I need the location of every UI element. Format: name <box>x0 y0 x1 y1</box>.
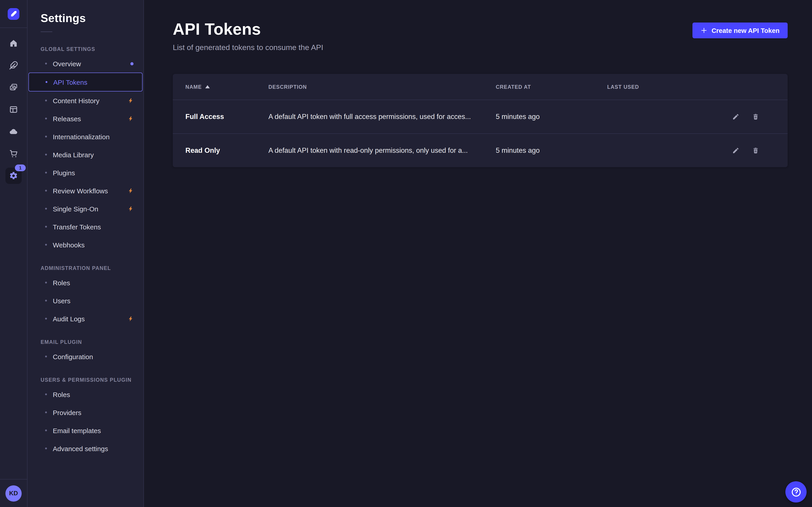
trash-icon <box>752 113 759 120</box>
strapi-logo[interactable] <box>8 8 19 19</box>
bullet-icon <box>45 448 47 449</box>
sidebar-item-label: Roles <box>53 391 70 398</box>
rail-item-content-manager[interactable] <box>5 57 22 73</box>
edit-button[interactable] <box>728 110 743 124</box>
images-icon <box>9 83 18 92</box>
token-created-at: 5 minutes ago <box>496 113 607 121</box>
sidebar-item-label: Roles <box>53 279 70 286</box>
rail-item-cloud[interactable] <box>5 123 22 140</box>
feather-icon <box>9 61 18 70</box>
table-header-row: Name Description Created at Last used <box>173 74 788 100</box>
sidebar-item-label: Media Library <box>53 151 94 158</box>
column-header-created-at[interactable]: Created at <box>496 84 607 90</box>
sidebar-item-label: Overview <box>53 60 81 67</box>
bullet-icon <box>45 154 47 156</box>
bullet-icon <box>45 393 47 395</box>
help-button[interactable] <box>785 481 807 503</box>
lightning-icon <box>128 316 134 322</box>
sidebar-item-users[interactable]: Users <box>28 292 144 309</box>
sidebar-item-providers[interactable]: Providers <box>28 403 144 421</box>
sidebar-item-transfer-tokens[interactable]: Transfer Tokens <box>28 218 144 236</box>
sidebar-item-webhooks[interactable]: Webhooks <box>28 236 144 254</box>
column-header-name[interactable]: Name <box>186 84 268 90</box>
bullet-icon <box>45 355 47 357</box>
rail-item-settings[interactable]: 1 <box>5 168 22 184</box>
token-description: A default API token with full access per… <box>268 113 496 121</box>
bullet-icon <box>45 190 47 191</box>
rail-item-media-library[interactable] <box>5 79 22 96</box>
sidebar-item-label: Releases <box>53 115 81 122</box>
page-subtitle: List of generated tokens to consume the … <box>173 43 323 52</box>
page-header-text: API Tokens List of generated tokens to c… <box>173 20 323 52</box>
sidebar-item-single-sign-on[interactable]: Single Sign-On <box>28 200 144 218</box>
sidebar-item-label: Email templates <box>53 427 101 434</box>
users-permissions-list: Roles Providers Email templates Advanced… <box>28 385 144 457</box>
sidebar-item-roles-admin[interactable]: Roles <box>28 274 144 292</box>
lightning-icon <box>128 188 134 193</box>
sidebar-item-label: Plugins <box>53 169 75 176</box>
sidebar-item-overview[interactable]: Overview <box>28 55 144 72</box>
bullet-icon <box>45 282 47 283</box>
settings-subnav: Settings Global settings Overview API To… <box>28 0 144 507</box>
token-created-at: 5 minutes ago <box>496 147 607 155</box>
table-row-read-only[interactable]: Read Only A default API token with read-… <box>173 133 788 167</box>
user-avatar[interactable]: KD <box>5 485 22 501</box>
column-header-description[interactable]: Description <box>268 84 496 90</box>
rail-item-marketplace[interactable] <box>5 146 22 162</box>
sidebar-item-label: Transfer Tokens <box>53 223 101 230</box>
sidebar-item-advanced-settings[interactable]: Advanced settings <box>28 439 144 457</box>
cart-icon <box>9 149 18 158</box>
strapi-logo-icon <box>8 8 19 19</box>
delete-button[interactable] <box>748 144 762 158</box>
row-actions <box>711 110 762 124</box>
lightning-icon <box>128 116 134 121</box>
lightning-icon <box>128 98 134 103</box>
question-mark-icon <box>791 487 801 497</box>
sidebar-item-internationalization[interactable]: Internationalization <box>28 127 144 146</box>
sidebar-item-releases[interactable]: Releases <box>28 110 144 127</box>
rail-item-content-type-builder[interactable] <box>5 101 22 118</box>
cloud-icon <box>9 127 18 136</box>
gear-icon <box>9 171 18 180</box>
trash-icon <box>752 147 759 154</box>
logo-container <box>0 0 27 28</box>
global-settings-list: Overview API Tokens Content History Rele… <box>28 55 144 254</box>
sidebar-item-label: Providers <box>53 408 82 416</box>
section-header-global-settings: Global settings <box>28 35 144 55</box>
sidebar-item-media-library[interactable]: Media Library <box>28 146 144 164</box>
delete-button[interactable] <box>748 110 762 124</box>
sidebar-item-review-workflows[interactable]: Review Workflows <box>28 182 144 200</box>
layout-icon <box>9 105 18 114</box>
main-content: API Tokens List of generated tokens to c… <box>144 0 812 507</box>
sidebar-item-plugins[interactable]: Plugins <box>28 164 144 182</box>
bullet-icon <box>45 411 47 413</box>
bullet-icon <box>45 63 47 64</box>
sidebar-item-audit-logs[interactable]: Audit Logs <box>28 309 144 328</box>
home-icon <box>9 39 18 48</box>
bullet-icon <box>45 318 47 320</box>
sidebar-item-label: Content History <box>53 97 99 104</box>
token-name: Read Only <box>186 147 268 155</box>
sidebar-item-label: Review Workflows <box>53 187 108 194</box>
token-name: Full Access <box>186 113 268 121</box>
sidebar-item-api-tokens[interactable]: API Tokens <box>29 72 143 92</box>
sidebar-item-email-templates[interactable]: Email templates <box>28 421 144 439</box>
table-row-full-access[interactable]: Full Access A default API token with ful… <box>173 100 788 133</box>
section-header-email-plugin: Email plugin <box>28 328 144 347</box>
column-header-last-used[interactable]: Last used <box>607 84 711 90</box>
notification-dot-icon <box>131 62 134 65</box>
sidebar-item-content-history[interactable]: Content History <box>28 92 144 110</box>
pencil-icon <box>732 147 739 154</box>
create-api-token-button[interactable]: Create new API Token <box>693 22 788 38</box>
bullet-icon <box>45 300 47 301</box>
rail-nav: 1 <box>5 28 22 479</box>
rail-item-home[interactable] <box>5 35 22 51</box>
sidebar-item-configuration[interactable]: Configuration <box>28 347 144 365</box>
pencil-icon <box>732 113 739 120</box>
bullet-icon <box>45 118 47 119</box>
edit-button[interactable] <box>728 144 743 158</box>
sidebar-item-label: Audit Logs <box>53 315 85 323</box>
bullet-icon <box>45 226 47 228</box>
sidebar-item-label: Advanced settings <box>53 445 108 452</box>
sidebar-item-roles-up[interactable]: Roles <box>28 385 144 403</box>
